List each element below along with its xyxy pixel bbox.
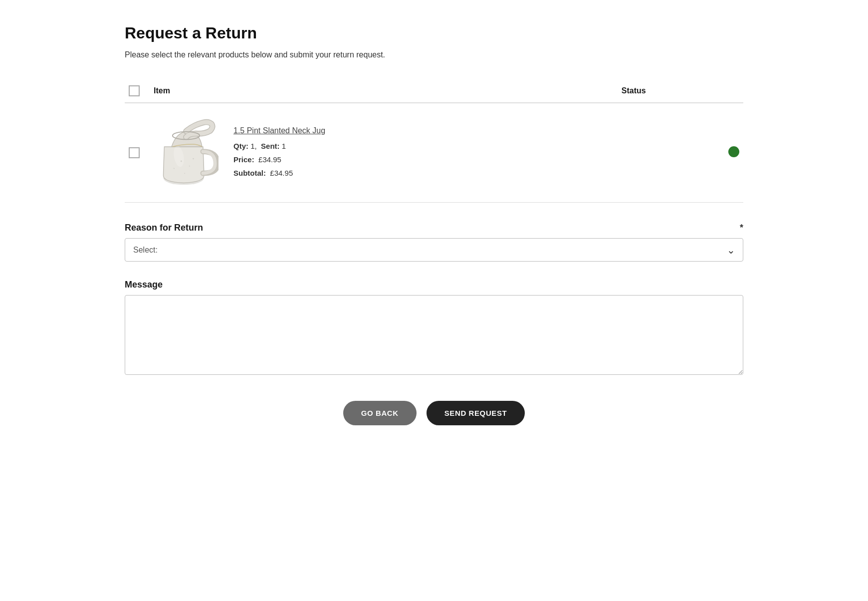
table-header-row: Item Status xyxy=(125,79,743,103)
product-image-cell xyxy=(150,103,229,203)
th-item: Item xyxy=(150,79,618,103)
message-textarea[interactable] xyxy=(125,295,743,375)
page-subtitle: Please select the relevant products belo… xyxy=(125,50,743,59)
reason-select[interactable]: Select: Damaged Wrong item No longer nee… xyxy=(125,238,743,262)
select-all-checkbox[interactable] xyxy=(129,85,140,96)
product-meta: Qty: 1, Sent: 1 Price: £34.95 Subtotal: … xyxy=(233,139,614,180)
reason-section: Reason for Return * Select: Damaged Wron… xyxy=(125,223,743,262)
go-back-button[interactable]: GO BACK xyxy=(343,401,417,425)
svg-point-6 xyxy=(193,158,194,160)
reason-select-wrapper: Select: Damaged Wrong item No longer nee… xyxy=(125,238,743,262)
status-cell xyxy=(618,103,743,203)
svg-point-4 xyxy=(189,166,190,167)
table-row: 1.5 Pint Slanted Neck Jug Qty: 1, Sent: … xyxy=(125,103,743,203)
svg-point-3 xyxy=(181,160,182,162)
product-name-link[interactable]: 1.5 Pint Slanted Neck Jug xyxy=(233,126,614,135)
product-info-cell: 1.5 Pint Slanted Neck Jug Qty: 1, Sent: … xyxy=(229,103,618,203)
button-row: GO BACK SEND REQUEST xyxy=(125,401,743,425)
svg-point-5 xyxy=(174,168,175,169)
product-table: Item Status xyxy=(125,79,743,203)
th-status: Status xyxy=(618,79,743,103)
status-indicator xyxy=(728,146,739,157)
reason-label: Reason for Return * xyxy=(125,223,743,233)
page-title: Request a Return xyxy=(125,24,743,42)
svg-point-7 xyxy=(184,173,185,174)
product-image xyxy=(154,115,218,190)
message-label: Message xyxy=(125,280,743,290)
row-checkbox-cell[interactable] xyxy=(125,103,150,203)
th-select-all[interactable] xyxy=(125,79,150,103)
required-marker: * xyxy=(740,223,743,233)
send-request-button[interactable]: SEND REQUEST xyxy=(427,401,525,425)
row-checkbox[interactable] xyxy=(129,147,140,158)
message-section: Message xyxy=(125,280,743,377)
page-container: Request a Return Please select the relev… xyxy=(105,0,763,465)
